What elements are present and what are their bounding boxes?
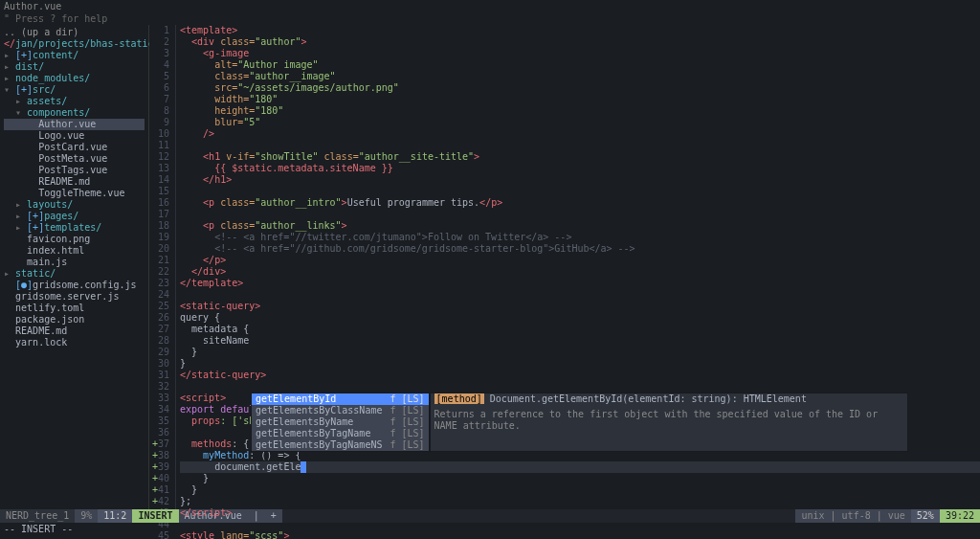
tree-dir[interactable]: ▸ [+]pages/ <box>4 211 145 222</box>
tree-dir[interactable]: ▸ node_modules/ <box>4 73 145 84</box>
autocomplete-popup[interactable]: getElementByIdf [LS]getElementsByClassNa… <box>251 393 908 452</box>
autocomplete-item[interactable]: getElementsByTagNameNSf [LS] <box>252 439 429 451</box>
tree-root-path[interactable]: </jan/projects/bhas-static/ <box>4 38 145 50</box>
cursor <box>301 461 306 473</box>
tree-file[interactable]: index.html <box>4 245 145 257</box>
tree-file[interactable]: Author.vue <box>4 119 145 130</box>
statusline-nerdtree: NERD_tree_1 <box>0 509 75 523</box>
tree-dir[interactable]: ▾ components/ <box>4 107 145 119</box>
tree-file[interactable]: ToggleTheme.vue <box>4 188 145 199</box>
autocomplete-item[interactable]: getElementByIdf [LS] <box>252 393 429 405</box>
tree-file[interactable]: Logo.vue <box>4 130 145 142</box>
tree-file[interactable]: PostCard.vue <box>4 142 145 153</box>
tree-file[interactable]: yarn.lock <box>4 337 145 348</box>
autocomplete-item[interactable]: getElementsByNamef [LS] <box>252 416 429 428</box>
autocomplete-doc: [method] Document.getElementById(element… <box>430 393 908 452</box>
tree-dir[interactable]: ▸ [+]templates/ <box>4 222 145 234</box>
tree-dir[interactable]: ▾ [+]src/ <box>4 84 145 96</box>
statusline-mode: INSERT <box>132 509 178 523</box>
tree-file[interactable]: netlify.toml <box>4 303 145 314</box>
file-tree[interactable]: .. (up a dir) </jan/projects/bhas-static… <box>0 25 149 509</box>
code-editor[interactable]: <template> <div class="author"> <g-image… <box>176 25 980 509</box>
tree-dir[interactable]: ▸ assets/ <box>4 96 145 107</box>
tree-file[interactable]: README.md <box>4 326 145 337</box>
tree-file[interactable]: main.js <box>4 257 145 268</box>
autocomplete-item[interactable]: getElementsByTagNamef [LS] <box>252 428 429 439</box>
tree-dir[interactable]: ▸ dist/ <box>4 61 145 73</box>
help-hint: " Press ? for help <box>0 13 980 25</box>
tree-file[interactable]: [●]gridsome.config.js <box>4 280 145 291</box>
tree-dir[interactable]: ▸ layouts/ <box>4 199 145 211</box>
tree-dir[interactable]: ▸ static/ <box>4 268 145 280</box>
tree-file[interactable]: favicon.png <box>4 234 145 245</box>
tree-file[interactable]: gridsome.server.js <box>4 291 145 303</box>
tree-dir[interactable]: ▸ [+]content/ <box>4 50 145 61</box>
tree-up-dir[interactable]: .. (up a dir) <box>4 27 145 38</box>
autocomplete-list[interactable]: getElementByIdf [LS]getElementsByClassNa… <box>251 393 430 452</box>
tree-file[interactable]: PostMeta.vue <box>4 153 145 165</box>
tree-file[interactable]: package.json <box>4 314 145 326</box>
tree-file[interactable]: PostTags.vue <box>4 165 145 176</box>
tree-file[interactable]: README.md <box>4 176 145 188</box>
title-bar: Author.vue <box>0 0 980 13</box>
main-split: .. (up a dir) </jan/projects/bhas-static… <box>0 25 980 509</box>
autocomplete-item[interactable]: getElementsByClassNamef [LS] <box>252 405 429 416</box>
line-number-gutter: 1234567891011121314151617181920212223242… <box>149 25 176 509</box>
